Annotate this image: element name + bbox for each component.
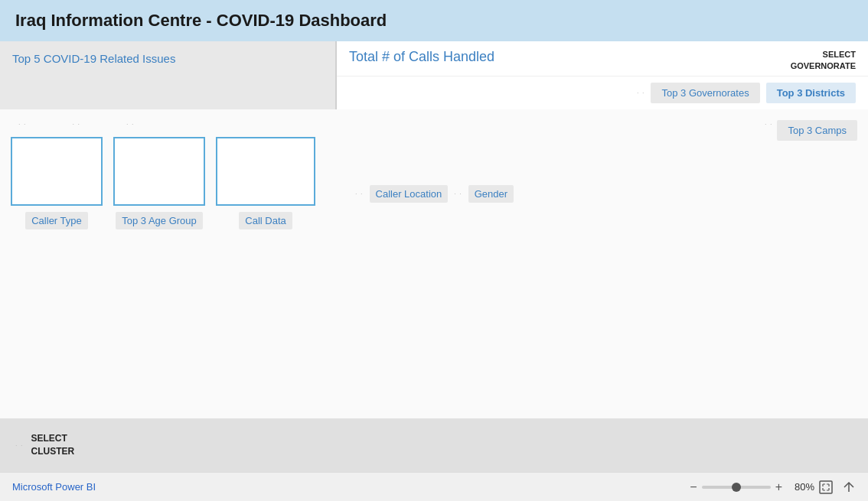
dot-camps: · · bbox=[765, 120, 773, 141]
gender-label[interactable]: Gender bbox=[468, 185, 514, 203]
dashboard-container: Iraq Information Centre - COVID-19 Dashb… bbox=[0, 0, 868, 501]
zoom-track[interactable] bbox=[702, 486, 771, 489]
main-data-area: · · · · · · Caller Type Top 3 Age Group bbox=[0, 109, 868, 418]
main-content: Top 5 COVID-19 Related Issues Total # of… bbox=[0, 41, 868, 472]
svg-rect-0 bbox=[820, 481, 832, 493]
dot-3: · · bbox=[126, 120, 135, 128]
tab-buttons-row: · · Top 3 Governorates Top 3 Districts bbox=[337, 76, 868, 109]
dots-row: · · · · · · bbox=[11, 117, 348, 128]
dot-location: · · bbox=[355, 190, 364, 197]
dot-1: · · bbox=[18, 120, 27, 128]
top5-panel: Top 5 COVID-19 Related Issues bbox=[0, 41, 337, 109]
zoom-slider[interactable] bbox=[702, 486, 771, 489]
zoom-thumb[interactable] bbox=[732, 483, 741, 492]
upper-content-row: Top 5 COVID-19 Related Issues Total # of… bbox=[0, 41, 868, 109]
camps-row: · · Top 3 Camps bbox=[355, 117, 857, 141]
right-data-section: · · Top 3 Camps · · Caller Location · · … bbox=[355, 117, 857, 411]
caller-type-chart bbox=[11, 137, 103, 206]
fit-screen-icon[interactable] bbox=[819, 480, 833, 494]
tab-camps[interactable]: Top 3 Camps bbox=[777, 120, 857, 141]
call-data-label[interactable]: Call Data bbox=[239, 212, 292, 229]
charts-row: Caller Type Top 3 Age Group Call Data bbox=[11, 137, 348, 229]
tab-governorates[interactable]: Top 3 Governorates bbox=[651, 83, 759, 103]
loading-dot-1: · · bbox=[637, 89, 645, 96]
zoom-percent-label: 80% bbox=[787, 481, 814, 493]
zoom-bar: − + 80% bbox=[690, 480, 856, 494]
powerbi-link[interactable]: Microsoft Power BI bbox=[12, 481, 96, 493]
dot-gender: · · bbox=[454, 190, 462, 197]
age-group-label[interactable]: Top 3 Age Group bbox=[116, 212, 203, 229]
chart-caller-type: Caller Type bbox=[11, 137, 103, 229]
header-bar: Iraq Information Centre - COVID-19 Dashb… bbox=[0, 0, 868, 41]
zoom-minus-button[interactable]: − bbox=[690, 480, 697, 494]
total-calls-label: Total # of Calls Handled bbox=[349, 49, 494, 65]
select-cluster-label[interactable]: SELECT CLUSTER bbox=[31, 432, 75, 458]
total-calls-row: Total # of Calls Handled SELECT GOVERNOR… bbox=[337, 41, 868, 76]
caller-type-label[interactable]: Caller Type bbox=[25, 212, 88, 229]
bottom-cluster-bar: · · SELECT CLUSTER bbox=[0, 418, 868, 472]
footer-icons bbox=[819, 480, 856, 494]
dot-cluster: · · bbox=[15, 441, 24, 449]
chart-age-group: Top 3 Age Group bbox=[113, 137, 205, 229]
left-charts-section: · · · · · · Caller Type Top 3 Age Group bbox=[11, 117, 348, 411]
caller-labels-row: · · Caller Location · · Gender bbox=[355, 185, 857, 203]
expand-icon[interactable] bbox=[842, 480, 856, 494]
tab-districts[interactable]: Top 3 Districts bbox=[766, 83, 856, 103]
footer-bar: Microsoft Power BI − + 80% bbox=[0, 472, 868, 501]
call-data-chart bbox=[216, 137, 315, 206]
right-top-panel: Total # of Calls Handled SELECT GOVERNOR… bbox=[337, 41, 868, 109]
zoom-plus-button[interactable]: + bbox=[775, 480, 782, 494]
select-governorate-button[interactable]: SELECT GOVERNORATE bbox=[791, 49, 856, 73]
caller-location-label[interactable]: Caller Location bbox=[370, 185, 449, 203]
calls-suffix: of Calls Handled bbox=[393, 49, 494, 64]
total-calls-text: Total # of Calls Handled bbox=[349, 49, 494, 64]
chart-call-data: Call Data bbox=[216, 137, 315, 229]
age-group-chart bbox=[113, 137, 205, 206]
dot-2: · · bbox=[73, 120, 81, 128]
dashboard-title: Iraq Information Centre - COVID-19 Dashb… bbox=[15, 11, 387, 31]
top5-label: Top 5 COVID-19 Related Issues bbox=[12, 52, 175, 65]
